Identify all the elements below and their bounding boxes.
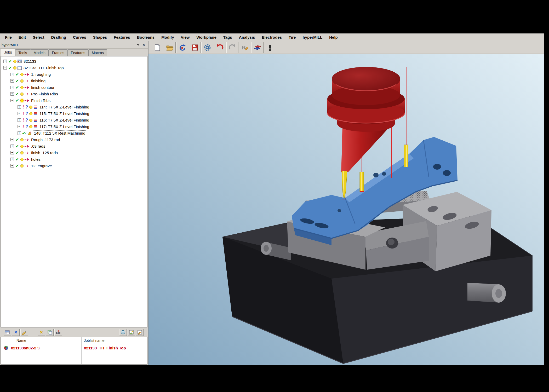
bulb-icon[interactable] (29, 119, 32, 122)
bulb-icon[interactable] (20, 86, 24, 89)
menu-item-booleans[interactable]: Booleans (134, 35, 158, 39)
tree-item-label[interactable]: 12: engrave (30, 163, 53, 168)
expand-toggle[interactable]: + (10, 79, 14, 83)
tree-item-label[interactable]: 821133 (23, 59, 37, 64)
tree-item-116-t7-5x-z-level-finishing[interactable]: +!?116: T7 5X Z-Level Finishing (1, 117, 147, 123)
bulb-icon[interactable] (29, 106, 32, 109)
expand-toggle[interactable]: + (3, 60, 7, 63)
tab-frames[interactable]: Frames (48, 49, 67, 56)
job-table[interactable]: Name Joblist name 821133sn02-2 3821133_T… (1, 337, 147, 365)
tab-jobs[interactable]: Jobs (1, 49, 15, 56)
expand-toggle[interactable]: + (10, 86, 14, 89)
menu-item-modify[interactable]: Modify (158, 35, 177, 39)
bulb-icon[interactable] (20, 79, 24, 83)
menu-item-edit[interactable]: Edit (15, 35, 29, 39)
expand-toggle[interactable]: + (10, 151, 14, 154)
collapse-toggle[interactable]: − (10, 99, 14, 102)
tree-item-label[interactable]: Pre-Finish Ribs (30, 91, 59, 96)
job-tree[interactable]: +✔821133−✔821133_TH_Finish Top+✔1: rough… (1, 56, 147, 327)
menu-item-drafting[interactable]: Drafting (48, 35, 70, 39)
expand-toggle[interactable]: + (10, 145, 14, 148)
bulb-icon[interactable] (29, 112, 32, 115)
copy-button[interactable] (46, 329, 54, 336)
frame-edit-button[interactable] (136, 329, 144, 336)
bulb-icon[interactable] (20, 138, 24, 141)
expand-toggle[interactable]: + (10, 138, 14, 141)
tree-item-117-t7-5x-z-level-finishing[interactable]: +!?117: T7 5X Z-Level Finishing (1, 123, 147, 130)
tree-item-finishing[interactable]: +✔finishing (1, 78, 147, 84)
bulb-icon[interactable] (20, 145, 24, 148)
tree-item-pre-finish-ribs[interactable]: +✔Pre-Finish Ribs (1, 91, 147, 97)
tree-item-label[interactable]: finish .125 rads (30, 150, 59, 155)
tree-item-finish-ribs[interactable]: −✔Finish Ribs (1, 97, 147, 104)
tree-item-finish-125-rads[interactable]: +✔finish .125 rads (1, 149, 147, 156)
job-name[interactable]: 821133sn02-2 3 (11, 346, 39, 350)
menu-item-tags[interactable]: Tags (220, 35, 236, 39)
tree-item-label[interactable]: 116: T7 5X Z-Level Finishing (39, 118, 90, 123)
menu-item-electrodes[interactable]: Electrodes (258, 35, 285, 39)
tree-item-holes[interactable]: +✔holes (1, 156, 147, 163)
tree-item-label[interactable]: 821133_TH_Finish Top (23, 65, 65, 70)
bulb-icon[interactable] (20, 151, 24, 154)
tree-item-rough-1173-rad[interactable]: +✔Rough .1173 rad (1, 136, 147, 143)
bulb-icon[interactable] (20, 164, 24, 168)
tree-item-finish-contour[interactable]: +✔finish contour (1, 84, 147, 91)
expand-toggle[interactable]: + (18, 125, 21, 128)
expand-toggle[interactable]: + (18, 112, 21, 115)
expand-toggle[interactable]: + (10, 164, 14, 168)
tree-item-label[interactable]: .03 rads (30, 144, 46, 149)
tree-item-label[interactable]: 114: T7 5X Z-Level Finishing (39, 105, 90, 109)
bulb-icon[interactable] (20, 93, 24, 96)
tree-item-115-t7-5x-z-level-finishing[interactable]: +!?115: T7 5X Z-Level Finishing (1, 110, 147, 117)
3d-scene[interactable] (148, 54, 544, 365)
open-file-button[interactable] (164, 42, 176, 53)
tab-macros[interactable]: Macros (88, 49, 107, 56)
tree-item-label[interactable]: Rough .1173 rad (30, 137, 61, 142)
tree-item-label[interactable]: Finish Ribs (30, 98, 51, 103)
cut-button[interactable]: ✕ (38, 329, 45, 336)
expand-toggle[interactable]: + (10, 92, 14, 96)
expand-toggle[interactable]: + (18, 131, 21, 135)
bulb-icon[interactable] (29, 125, 32, 128)
float-window-button[interactable] (135, 43, 141, 47)
tab-models[interactable]: Models (30, 49, 49, 56)
menu-item-file[interactable]: File (2, 35, 15, 39)
tree-item-821133[interactable]: +✔821133 (1, 58, 147, 65)
tree-item-label[interactable]: 1: roughing (30, 72, 52, 77)
menu-item-curves[interactable]: Curves (70, 35, 90, 39)
alert-button[interactable] (264, 42, 276, 53)
menu-item-analysis[interactable]: Analysis (236, 35, 259, 39)
menu-item-view[interactable]: View (177, 35, 193, 39)
bulb-icon[interactable] (13, 60, 16, 63)
menu-item-select[interactable]: Select (29, 35, 48, 39)
column-header-name[interactable]: Name (16, 338, 26, 343)
nc-machine-button[interactable] (54, 329, 62, 336)
tree-item-label[interactable]: finish contour (30, 85, 55, 90)
menu-item-workplane[interactable]: Workplane (193, 35, 220, 39)
tree-item-148-t112-5x-rest-machining[interactable]: +✔✔148: T112 5X Rest Machining (1, 130, 147, 136)
bulb-icon[interactable] (13, 66, 16, 70)
rename-button[interactable]: R (239, 42, 251, 53)
delete-button[interactable]: ✕ (12, 329, 20, 336)
expand-toggle[interactable]: + (18, 118, 21, 122)
tree-item-821133-th-finish-top[interactable]: −✔821133_TH_Finish Top (1, 65, 147, 71)
redo-button[interactable] (226, 42, 238, 53)
import-button[interactable] (176, 42, 188, 53)
column-header-joblist[interactable]: Joblist name (84, 338, 105, 343)
new-file-button[interactable] (151, 42, 163, 53)
menu-item-features[interactable]: Features (110, 35, 134, 39)
tab-features[interactable]: Features (67, 49, 89, 56)
bulb-icon[interactable] (20, 158, 24, 161)
tree-item-label[interactable]: 115: T7 5X Z-Level Finishing (39, 111, 90, 116)
3d-viewport[interactable] (148, 54, 544, 365)
close-panel-button[interactable]: ✕ (141, 43, 146, 47)
menu-item-tire[interactable]: Tire (285, 35, 299, 39)
joblist-name[interactable]: 821133_TH_Finish Top (84, 346, 126, 350)
tree-item-12-engrave[interactable]: +✔12: engrave (1, 163, 147, 169)
bulb-icon[interactable] (20, 73, 24, 76)
expand-toggle[interactable]: + (18, 105, 21, 109)
tree-item-114-t7-5x-z-level-finishing[interactable]: +!?114: T7 5X Z-Level Finishing (1, 104, 147, 110)
edit-button[interactable] (20, 329, 28, 336)
joblist-button[interactable] (4, 329, 11, 336)
workplane-button[interactable] (251, 42, 264, 53)
